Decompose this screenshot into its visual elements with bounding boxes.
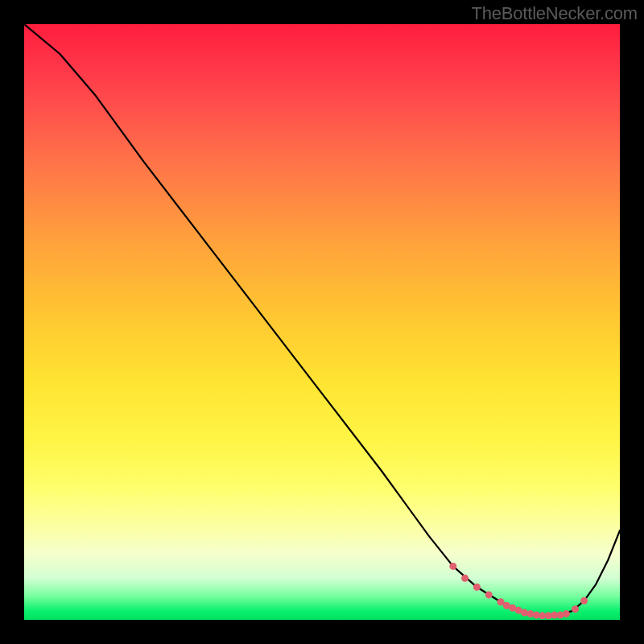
highlight-marker — [580, 597, 588, 605]
highlight-marker — [461, 575, 469, 582]
highlight-marker — [449, 563, 456, 570]
highlight-marker — [485, 591, 493, 598]
watermark-text: TheBottleNecker.com — [471, 3, 638, 24]
chart-canvas: TheBottleNecker.com — [0, 0, 644, 644]
highlight-marker — [563, 610, 570, 617]
chart-svg — [24, 24, 620, 620]
highlight-marker — [473, 584, 481, 591]
highlight-marker — [572, 605, 579, 613]
plot-area — [24, 24, 620, 620]
curve-line — [24, 24, 620, 616]
highlight-marker — [521, 609, 528, 617]
highlight-marker — [527, 610, 535, 617]
marker-group — [449, 563, 588, 619]
highlight-marker — [557, 612, 564, 619]
